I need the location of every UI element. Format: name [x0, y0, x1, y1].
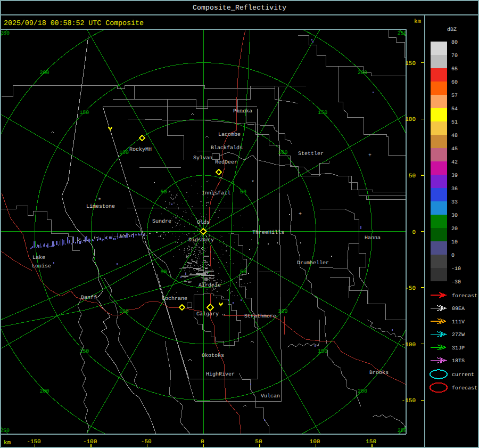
svg-text:Airdrie: Airdrie [199, 282, 221, 289]
svg-text:20: 20 [451, 226, 458, 232]
svg-text:48: 48 [451, 133, 458, 139]
svg-text:70: 70 [451, 53, 458, 59]
svg-text:50: 50 [409, 173, 416, 180]
svg-text:Didsbury: Didsbury [188, 237, 214, 243]
svg-text:65: 65 [451, 67, 458, 72]
svg-text:+: + [299, 211, 302, 217]
svg-text:100: 100 [278, 309, 288, 315]
svg-text:Blackfalds: Blackfalds [211, 145, 243, 151]
svg-text:200: 200 [358, 389, 367, 395]
svg-text:31JP: 31JP [452, 346, 465, 352]
svg-text:Ponoka: Ponoka [233, 108, 252, 115]
svg-text:0: 0 [201, 439, 204, 445]
svg-text:09EA: 09EA [452, 306, 465, 312]
svg-text:33: 33 [451, 200, 458, 206]
svg-text:+: + [368, 153, 371, 159]
svg-text:Strathmore: Strathmore [244, 313, 276, 320]
svg-text:250: 250 [0, 31, 10, 37]
svg-text:2025/09/18 00:58:52 UTC Compos: 2025/09/18 00:58:52 UTC Composite [4, 20, 144, 28]
svg-text:36: 36 [451, 186, 458, 192]
svg-text:27ZW: 27ZW [452, 332, 465, 338]
svg-text:Innisfail: Innisfail [202, 190, 230, 197]
svg-text:100: 100 [119, 150, 129, 156]
svg-text:-150: -150 [402, 398, 416, 404]
svg-text:57: 57 [451, 93, 458, 99]
svg-text:150: 150 [318, 110, 327, 116]
svg-text:km: km [414, 19, 422, 25]
svg-text:150: 150 [405, 61, 416, 67]
svg-text:Composite_Reflectivity: Composite_Reflectivity [193, 4, 286, 12]
svg-text:50: 50 [240, 190, 246, 196]
svg-text:forecast: forecast [452, 293, 477, 299]
svg-text:Okotoks: Okotoks [202, 353, 224, 359]
svg-text:45: 45 [451, 146, 458, 152]
svg-text:200: 200 [40, 70, 49, 76]
svg-text:100: 100 [405, 117, 416, 123]
svg-text:50: 50 [161, 270, 167, 275]
svg-text:*: * [98, 198, 102, 204]
svg-text:Drumheller: Drumheller [297, 260, 329, 266]
svg-text:RedDeer: RedDeer [215, 159, 237, 166]
svg-text:Cochrane: Cochrane [162, 296, 187, 302]
svg-text:Sundre: Sundre [152, 218, 171, 225]
svg-text:100: 100 [278, 150, 288, 156]
svg-text:51: 51 [451, 120, 458, 126]
svg-text:Stettler: Stettler [298, 151, 324, 157]
svg-text:Sylvan: Sylvan [193, 155, 212, 161]
svg-text:*: * [251, 180, 255, 186]
svg-text:200: 200 [40, 389, 49, 395]
svg-text:54: 54 [451, 107, 458, 112]
svg-text:60: 60 [451, 80, 458, 86]
svg-text:dBZ: dBZ [447, 27, 457, 33]
svg-text:Olds: Olds [197, 219, 210, 226]
svg-text:18TS: 18TS [452, 359, 465, 364]
svg-text:-100: -100 [402, 342, 416, 348]
svg-text:ThreeHills: ThreeHills [252, 230, 284, 236]
svg-text:Banff: Banff [81, 295, 97, 301]
svg-text:100: 100 [119, 309, 129, 315]
svg-text:-150: -150 [27, 439, 40, 445]
svg-text:Limestone: Limestone [86, 203, 115, 210]
svg-text:HighRiver: HighRiver [206, 371, 235, 378]
svg-text:-10: -10 [451, 266, 461, 272]
svg-text:Louise: Louise [32, 263, 51, 270]
svg-text:30: 30 [451, 213, 458, 219]
svg-text:50: 50 [255, 439, 262, 445]
svg-text:10: 10 [451, 240, 458, 246]
svg-text:-50: -50 [141, 439, 152, 445]
svg-text:50: 50 [161, 190, 167, 196]
svg-text:current: current [452, 372, 474, 378]
svg-text:150: 150 [318, 349, 327, 355]
svg-text:-30: -30 [451, 280, 461, 286]
svg-text:-50: -50 [405, 286, 416, 292]
svg-text:-100: -100 [83, 439, 97, 445]
svg-text:0: 0 [412, 230, 416, 236]
svg-text:80: 80 [451, 40, 458, 46]
svg-text:150: 150 [79, 110, 89, 116]
svg-text:Lacombe: Lacombe [218, 132, 241, 138]
svg-text:100: 100 [310, 439, 320, 445]
svg-text:0: 0 [451, 253, 455, 259]
svg-text:200: 200 [358, 70, 367, 76]
svg-text:Vulcan: Vulcan [261, 393, 280, 400]
svg-text:km: km [4, 440, 11, 446]
svg-text:50: 50 [240, 270, 246, 275]
svg-text:forecast: forecast [452, 385, 477, 392]
svg-text:RockyMH: RockyMH [129, 146, 152, 153]
svg-text:150: 150 [366, 439, 376, 445]
svg-text:Lake: Lake [32, 255, 45, 261]
svg-text:150: 150 [79, 349, 89, 355]
svg-text:Calgary: Calgary [196, 311, 219, 317]
svg-text:39: 39 [451, 173, 458, 179]
svg-text:Brooks: Brooks [369, 370, 389, 376]
svg-text:Hanna: Hanna [365, 235, 381, 241]
svg-text:42: 42 [451, 160, 458, 166]
svg-text:111V: 111V [452, 320, 465, 325]
